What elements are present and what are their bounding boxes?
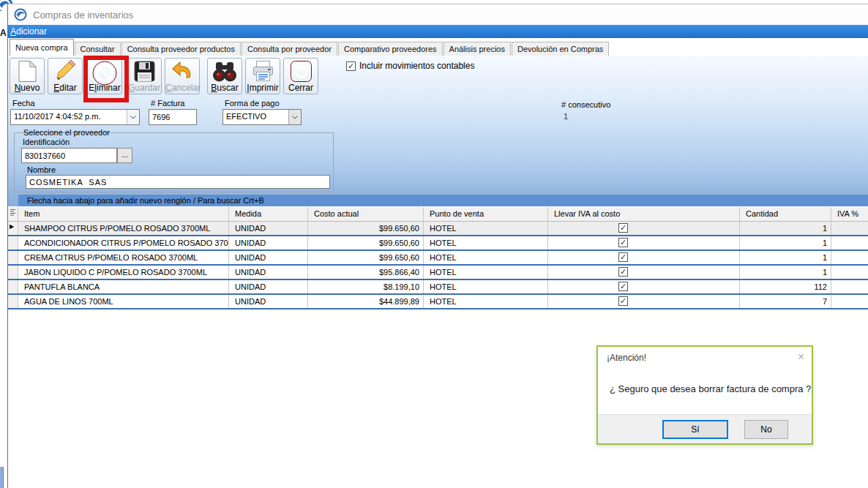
forma-pago-combobox[interactable]: EFECTIVO bbox=[222, 109, 302, 125]
row-cell: $99.650,60 bbox=[308, 236, 424, 249]
row-cell: 7 bbox=[740, 295, 831, 308]
row-cell: UNIDAD bbox=[229, 222, 308, 235]
imprimir-button[interactable]: Imprimir bbox=[245, 58, 280, 94]
row-cell: $95.866,40 bbox=[308, 266, 424, 279]
nombre-input[interactable] bbox=[26, 175, 330, 189]
pencil-icon bbox=[48, 59, 82, 83]
cerrar-button[interactable]: Cerrar bbox=[283, 58, 318, 94]
factura-input[interactable] bbox=[149, 109, 197, 125]
window-title: Compras de inventarios bbox=[33, 10, 133, 20]
table-row[interactable]: AGUA DE LINOS 700MLUNIDAD$44.899,89HOTEL… bbox=[8, 295, 868, 309]
app-logo-icon bbox=[13, 8, 28, 23]
row-cell: AGUA DE LINOS 700ML bbox=[18, 295, 229, 308]
row-cell bbox=[831, 251, 868, 264]
fecha-combobox[interactable]: 11/10/2017 4:04:52 p.m. bbox=[10, 109, 140, 125]
column-header-llevar-iva-al-costo[interactable]: Llevar IVA al costo bbox=[548, 207, 740, 221]
row-cell: ✓ bbox=[548, 295, 740, 308]
row-cell: $8.199,10 bbox=[308, 280, 424, 293]
row-cell: ACONDICIONADOR CITRUS P/POMELO ROSADO 37… bbox=[18, 236, 229, 249]
close-icon[interactable]: × bbox=[798, 350, 804, 364]
editar-button[interactable]: Editar bbox=[48, 58, 83, 94]
row-cell: ✓ bbox=[548, 266, 740, 279]
highlight-rectangle bbox=[83, 56, 129, 102]
row-cell: ✓ bbox=[548, 280, 740, 293]
tab-consulta-proveedor-productos[interactable]: Consulta proveedor productos bbox=[121, 42, 241, 56]
column-header-medida[interactable]: Medida bbox=[229, 207, 308, 221]
column-header-item[interactable]: Item bbox=[18, 207, 229, 221]
row-selector-header[interactable] bbox=[8, 207, 18, 221]
iva-checkbox[interactable]: ✓ bbox=[618, 223, 628, 233]
row-cell: UNIDAD bbox=[229, 266, 308, 279]
iva-checkbox[interactable]: ✓ bbox=[618, 296, 628, 306]
row-cell: 112 bbox=[740, 280, 831, 293]
forma-pago-dropdown-icon[interactable] bbox=[288, 110, 301, 124]
row-cell: PANTUFLA BLANCA bbox=[18, 280, 229, 293]
iva-checkbox[interactable]: ✓ bbox=[618, 238, 628, 247]
identificacion-label: Identificación bbox=[23, 138, 70, 146]
row-cell bbox=[8, 251, 18, 264]
fecha-dropdown-icon[interactable] bbox=[127, 110, 139, 124]
row-cell bbox=[8, 236, 18, 249]
cerrar-button-label: Cerrar bbox=[284, 83, 318, 92]
cancelar-button-label: Cancelar bbox=[165, 83, 199, 92]
row-cell: 1 bbox=[740, 251, 831, 264]
include-movements-checkbox[interactable]: ✓ bbox=[346, 61, 356, 71]
tab-comparativo-proveedores[interactable]: Comparativo proveedores bbox=[338, 42, 443, 56]
consecutivo-label: # consecutivo bbox=[561, 100, 610, 109]
iva-checkbox[interactable]: ✓ bbox=[618, 282, 628, 291]
proveedor-group-label: Seleccione el proveedor bbox=[21, 128, 112, 137]
column-header-iva-%[interactable]: IVA % bbox=[831, 207, 868, 221]
column-header-punto-de-venta[interactable]: Punto de venta bbox=[424, 207, 548, 221]
include-movements-label: Incluir movimientos contables bbox=[359, 61, 474, 71]
nuevo-button[interactable]: Nuevo bbox=[10, 58, 45, 94]
nombre-label: Nombre bbox=[27, 165, 56, 174]
items-grid: ItemMedidaCosto actualPunto de ventaLlev… bbox=[8, 207, 868, 309]
menu-item-adicionar[interactable]: Adicionar bbox=[8, 25, 49, 37]
table-row[interactable]: CREMA CITRUS P/POMELO ROSADO 3700MLUNIDA… bbox=[8, 251, 868, 266]
tab-consultar[interactable]: Consultar bbox=[75, 42, 121, 56]
confirm-delete-dialog: ¡Atención! × ¿ Seguro que desea borrar f… bbox=[596, 345, 813, 445]
consecutivo-value: 1 bbox=[564, 112, 568, 121]
new-document-icon bbox=[10, 59, 44, 83]
buscar-button[interactable]: Buscar bbox=[207, 58, 242, 94]
form-panel: NuevoEditar EliminarGuardarCancelarBusca… bbox=[8, 56, 868, 206]
row-cell bbox=[831, 295, 868, 308]
include-movements-row: ✓ Incluir movimientos contables bbox=[346, 61, 474, 71]
dialog-footer: Sí No bbox=[598, 414, 812, 443]
background-partial-text: A bbox=[0, 28, 7, 38]
nuevo-button-label: Nuevo bbox=[10, 83, 44, 92]
menu-bar: Adicionar bbox=[8, 25, 868, 38]
row-cell: JABON LIQUIDO C P/POMELO ROSADO 3700ML bbox=[18, 266, 229, 279]
background-window-strip bbox=[0, 467, 4, 488]
iva-checkbox[interactable]: ✓ bbox=[618, 252, 628, 262]
column-header-cantidad[interactable]: Cantidad bbox=[740, 207, 831, 221]
row-cell: 1 bbox=[740, 222, 831, 235]
yes-button[interactable]: Sí bbox=[662, 420, 728, 439]
screen: A Compras de inventarios Adicionar Nueva… bbox=[0, 0, 868, 488]
no-button[interactable]: No bbox=[744, 420, 788, 439]
grid-hint-bar: Flecha hacia abajo para añadir nuevo ren… bbox=[18, 195, 868, 206]
tab-devolución-en-compras[interactable]: Devolución en Compras bbox=[512, 42, 609, 56]
row-cell: ✓ bbox=[548, 222, 740, 235]
buscar-button-label: Buscar bbox=[208, 83, 242, 92]
tab-nueva-compra[interactable]: Nueva compra bbox=[10, 39, 74, 56]
identificacion-browse-button[interactable]: ... bbox=[117, 148, 132, 163]
guardar-button[interactable]: Guardar bbox=[127, 58, 162, 94]
forma-pago-value: EFECTIVO bbox=[223, 110, 288, 124]
undo-icon bbox=[165, 59, 199, 83]
row-cell: CREMA CITRUS P/POMELO ROSADO 3700ML bbox=[18, 251, 229, 264]
column-header-costo-actual[interactable]: Costo actual bbox=[308, 207, 424, 221]
table-row[interactable]: ▶SHAMPOO CITRUS P/POMELO ROSADO 3700MLUN… bbox=[8, 222, 868, 236]
row-cell bbox=[831, 266, 868, 279]
table-row[interactable]: JABON LIQUIDO C P/POMELO ROSADO 3700MLUN… bbox=[8, 266, 868, 280]
guardar-button-label: Guardar bbox=[127, 83, 161, 92]
table-row[interactable]: ACONDICIONADOR CITRUS P/POMELO ROSADO 37… bbox=[8, 236, 868, 251]
tab-consulta-por-proveedor[interactable]: Consulta por proveedor bbox=[242, 42, 337, 56]
row-cell: ✓ bbox=[548, 236, 740, 249]
tab-análisis-precios[interactable]: Análisis precios bbox=[444, 42, 511, 56]
binoculars-icon bbox=[208, 59, 242, 83]
iva-checkbox[interactable]: ✓ bbox=[618, 267, 628, 277]
identificacion-input[interactable] bbox=[21, 148, 117, 163]
cancelar-button[interactable]: Cancelar bbox=[165, 58, 200, 94]
table-row[interactable]: PANTUFLA BLANCAUNIDAD$8.199,10HOTEL✓112 bbox=[8, 280, 868, 295]
